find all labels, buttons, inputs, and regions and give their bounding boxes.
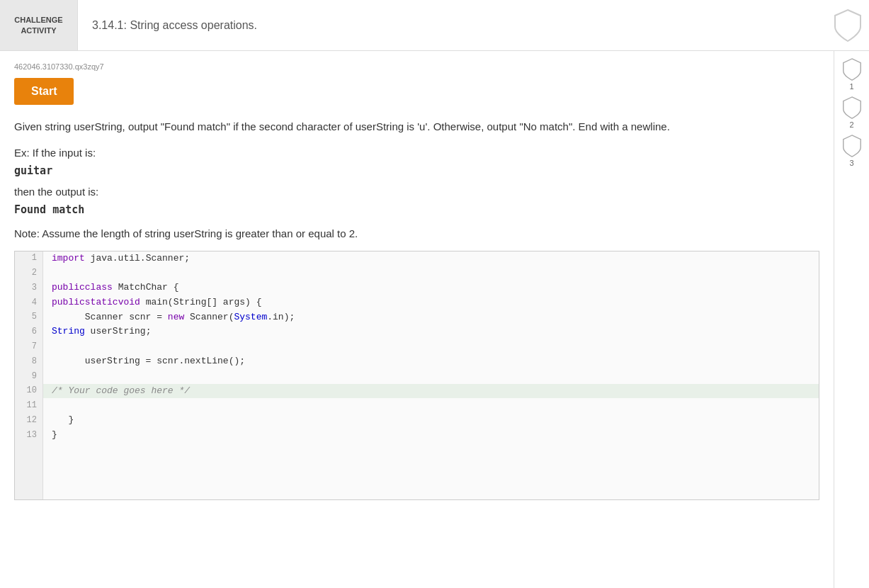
code-line-10[interactable]: 10 /* Your code goes here */ (15, 384, 819, 399)
header: CHALLENGE ACTIVITY 3.14.1: String access… (0, 0, 869, 51)
main-content: 462046.3107330.qx3zqy7 Start Given strin… (0, 51, 869, 588)
code-line-12: 12 } (15, 413, 819, 428)
code-line-8: 8 userString = scnr.nextLine(); (15, 354, 819, 369)
session-id: 462046.3107330.qx3zqy7 (14, 62, 819, 71)
sidebar-number-1: 1 (849, 82, 853, 91)
app-container: CHALLENGE ACTIVITY 3.14.1: String access… (0, 0, 869, 588)
note-text: Note: Assume the length of string userSt… (14, 227, 819, 239)
code-line-3: 3 public class MatchChar { (15, 281, 819, 295)
challenge-badge: CHALLENGE ACTIVITY (0, 0, 78, 50)
start-button[interactable]: Start (14, 78, 74, 105)
then-label: then the output is: (14, 186, 819, 198)
code-line-7: 7 (15, 339, 819, 354)
header-title: 3.14.1: String access operations. (78, 0, 834, 50)
shield-icon-2 (842, 96, 862, 119)
sidebar-item-3[interactable]: 3 (842, 135, 862, 167)
sidebar-number-3: 3 (849, 159, 853, 167)
shield-icon-1 (842, 58, 862, 81)
example-output: Found match (14, 203, 819, 216)
badge-text: CHALLENGE ACTIVITY (14, 15, 62, 35)
shield-icon-3 (842, 135, 862, 157)
example-input: guitar (14, 164, 819, 177)
code-line-13: 13 } (15, 428, 819, 443)
example-label: Ex: If the input is: (14, 147, 819, 159)
sidebar-item-1[interactable]: 1 (842, 58, 862, 91)
code-line-6: 6 String userString; (15, 324, 819, 339)
code-editor[interactable]: 1 import java.util.Scanner; 2 3 public c… (14, 251, 819, 500)
right-sidebar: 1 2 3 (834, 51, 869, 588)
code-line-1: 1 import java.util.Scanner; (15, 251, 819, 266)
code-line-5: 5 Scanner scnr = new Scanner(System.in); (15, 310, 819, 325)
header-shield-icon (834, 9, 862, 43)
description-text: Given string userString, output "Found m… (14, 119, 819, 135)
code-line-blank (15, 443, 819, 499)
content-area: 462046.3107330.qx3zqy7 Start Given strin… (0, 51, 834, 588)
sidebar-number-2: 2 (849, 120, 853, 129)
code-line-11: 11 (15, 398, 819, 413)
code-line-9: 9 (15, 369, 819, 384)
code-line-4: 4 public static void main(String[] args)… (15, 295, 819, 310)
sidebar-item-2[interactable]: 2 (842, 96, 862, 129)
code-line-2: 2 (15, 266, 819, 281)
